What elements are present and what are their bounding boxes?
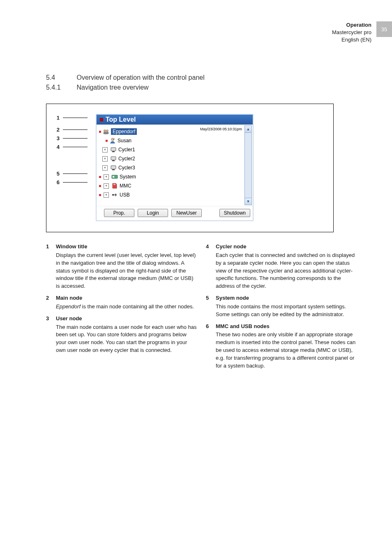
- svg-rect-2: [104, 132, 108, 134]
- connector-icon: [99, 131, 101, 133]
- tree-node-user[interactable]: Susan: [99, 136, 252, 145]
- subsection-heading: 5.4.1 Navigation tree overview: [46, 84, 357, 91]
- tree-label: USB: [120, 192, 130, 198]
- tree-node-mmc[interactable]: + MMC: [99, 181, 252, 190]
- section-heading: 5.4 Overview of operation with the contr…: [46, 74, 357, 81]
- tree-label: Susan: [118, 138, 131, 143]
- shutdown-button[interactable]: Shutdown: [219, 209, 250, 217]
- timestamp: May/23/2008 05:10:31pm: [200, 127, 242, 131]
- prop-button[interactable]: Prop.: [104, 209, 134, 217]
- description-body: These two nodes are only visible if an a…: [216, 331, 357, 370]
- description-title: User node: [56, 315, 198, 323]
- description-title: MMC and USB nodes: [216, 323, 357, 331]
- page-header: Operation Mastercycler pro English (EN): [332, 21, 371, 44]
- svg-rect-12: [113, 184, 115, 185]
- subsection-number: 5.4.1: [46, 84, 75, 91]
- usb-icon: [111, 192, 118, 198]
- window-title: Top Level: [106, 116, 136, 123]
- scrollbar[interactable]: ▲ ▼: [244, 125, 252, 205]
- tree-label: Eppendorf: [111, 128, 137, 135]
- expand-icon[interactable]: +: [102, 165, 108, 171]
- svg-rect-7: [112, 160, 115, 161]
- description-body: Eppendorf is the main node containing al…: [56, 303, 194, 311]
- expand-icon[interactable]: +: [104, 183, 109, 189]
- svg-rect-6: [111, 157, 116, 160]
- content: 5.4 Overview of operation with the contr…: [46, 74, 357, 374]
- connector-icon: [99, 194, 101, 196]
- window-body: May/23/2008 05:10:31pm Eppendorf: [97, 125, 253, 206]
- mmc-icon: [111, 183, 118, 189]
- newuser-button[interactable]: NewUser: [171, 209, 202, 217]
- description-item: 2Main nodeEppendorf is the main node con…: [46, 294, 198, 311]
- page-number-badge: 35: [376, 21, 392, 37]
- scroll-up-button[interactable]: ▲: [244, 125, 252, 133]
- description-title: Main node: [56, 294, 194, 302]
- system-icon: [111, 173, 118, 180]
- figure-callouts: 1 2 3 4 5 6: [55, 114, 88, 185]
- login-button[interactable]: Login: [138, 209, 168, 217]
- window-title-bar: Top Level: [97, 115, 253, 125]
- svg-point-1: [106, 130, 108, 132]
- header-product: Mastercycler pro: [332, 29, 371, 36]
- tree-label: Cycler1: [118, 147, 135, 153]
- section-title: Overview of operation with the control p…: [76, 74, 204, 81]
- description-title: System node: [216, 294, 357, 302]
- tree-node-usb[interactable]: + USB: [99, 190, 252, 199]
- expand-icon[interactable]: +: [102, 147, 108, 153]
- scroll-track[interactable]: [244, 133, 252, 198]
- description-number: 3: [46, 315, 52, 354]
- window-button-bar: Prop. Login NewUser Shutdown: [97, 206, 253, 220]
- expand-icon[interactable]: +: [104, 192, 109, 198]
- description-item: 3User nodeThe main node contains a user …: [46, 315, 198, 354]
- svg-rect-9: [112, 169, 115, 170]
- description-body: This node contains the most important sy…: [216, 303, 357, 319]
- description-body: Displays the current level (user level, …: [56, 252, 198, 290]
- description-title: Cycler node: [216, 243, 357, 251]
- cycler-icon: [110, 164, 117, 171]
- tree-node-cycler[interactable]: + Cycler2: [99, 154, 252, 163]
- callout-1: 1: [55, 115, 60, 121]
- tree-node-cycler[interactable]: + Cycler3: [99, 163, 252, 172]
- description-number: 4: [206, 243, 212, 290]
- cycler-icon: [110, 155, 117, 162]
- callout-5: 5: [55, 171, 60, 177]
- tree-node-system[interactable]: + System: [99, 172, 252, 181]
- expand-icon[interactable]: +: [104, 174, 109, 180]
- description-body: Each cycler that is connected and switch…: [216, 252, 357, 290]
- connector-icon: [106, 140, 108, 142]
- svg-rect-11: [113, 176, 114, 178]
- svg-rect-4: [111, 148, 116, 151]
- svg-point-3: [111, 138, 114, 141]
- header-lang: English (EN): [332, 36, 371, 44]
- description-number: 1: [46, 243, 52, 290]
- tree-label: MMC: [120, 183, 131, 189]
- tree-label: System: [120, 174, 136, 180]
- description-body: The main node contains a user node for e…: [56, 324, 198, 354]
- description-number: 5: [206, 294, 212, 319]
- scroll-down-button[interactable]: ▼: [244, 198, 252, 205]
- expand-icon[interactable]: +: [102, 156, 108, 162]
- figure-frame: 1 2 3 4 5 6 Top Level May/23/2008 05:10:…: [46, 104, 334, 232]
- description-item: 4Cycler nodeEach cycler that is connecte…: [206, 243, 357, 290]
- group-icon: [103, 128, 109, 135]
- svg-rect-5: [112, 151, 115, 152]
- page: 35 Operation Mastercycler pro English (E…: [0, 0, 392, 555]
- description-title: Window title: [56, 243, 198, 251]
- description-column-right: 4Cycler nodeEach cycler that is connecte…: [206, 243, 357, 374]
- svg-rect-8: [111, 166, 116, 169]
- control-panel-screenshot: Top Level May/23/2008 05:10:31pm Eppendo…: [96, 114, 254, 221]
- title-status-icon: [100, 118, 103, 121]
- connector-icon: [99, 185, 101, 187]
- callout-2: 2: [55, 127, 60, 133]
- svg-point-0: [104, 130, 106, 132]
- user-icon: [109, 137, 116, 144]
- section-number: 5.4: [46, 74, 75, 81]
- description-item: 1Window titleDisplays the current level …: [46, 243, 198, 290]
- connector-icon: [99, 176, 101, 178]
- figure-description: 1Window titleDisplays the current level …: [46, 243, 357, 374]
- navigation-tree[interactable]: Eppendorf Susan: [98, 126, 252, 204]
- callout-3: 3: [55, 135, 60, 141]
- tree-node-cycler[interactable]: + Cycler1: [99, 145, 252, 154]
- tree-label: Cycler3: [118, 165, 135, 171]
- description-item: 6MMC and USB nodesThese two nodes are on…: [206, 323, 357, 370]
